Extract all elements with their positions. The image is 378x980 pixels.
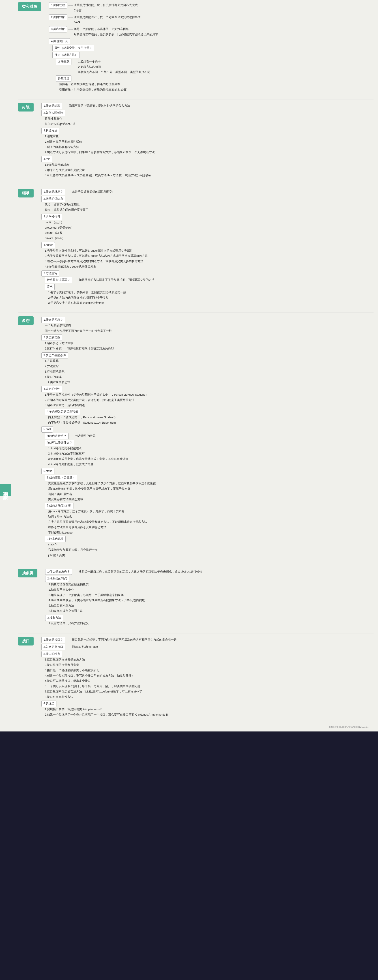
text-quedian: 缺点：类和类之间的耦合度变高了 xyxy=(45,207,373,213)
section-title-jie-kou: 接口 xyxy=(18,637,33,648)
branch-shenme-shi-chouxiag: 1.什么是抽象类？ —— 抽象类一般当父类，主要是功能的定义，具体方法的实现交给… xyxy=(45,569,373,575)
branch-final: 5.final final代表什么？ —— 代表最终的意思 final可以修饰什… xyxy=(38,426,373,467)
branch-this: 4.this 1.this代表当前对象 2.用来区分成员变量和局部变量 3.可以… xyxy=(38,156,373,178)
text-guocheng-1: 注重的是过程的开发，什么事情都去要自己去完成 xyxy=(74,3,138,8)
branch-xingwei: 行为（成员方法） 方法重载 —— 1.必须在一个类中 2.要求方法名相同 3.参… xyxy=(46,52,373,92)
text-chongzai-2: 2.要求方法名相同 xyxy=(78,64,153,70)
branch-final-xiushipma: final可以修饰什么？ 1.final修饰类类不能被继承 2.final修饰方… xyxy=(38,440,373,467)
section-title-ji-cheng: 继承 xyxy=(18,189,33,200)
branch-final-daibiao: final代表什么？ —— 代表最终的意思 xyxy=(45,433,373,439)
branch-chongxie-yaoqiu: 要求 1.要求子类的方法名、参数列表、返回值类型必须和父类一致 2.子类的方法的… xyxy=(38,284,373,306)
label-leixing-zhuanhuan: 4.子类和父类的类型转换 xyxy=(45,409,80,415)
section-title-chou-xiang-lei: 抽象类 xyxy=(18,569,37,580)
branch-super: 4.super 1.当子类重名属性重名时，可以通过super属性名的方式调用父类… xyxy=(38,242,373,270)
text-super-4: 4.this代表当前对象，super代表父类对象 xyxy=(45,264,373,270)
text-this-3: 3.可以修饰成员变量(this.成员变量名)、成员方法(this.方法名)、构造… xyxy=(45,173,373,178)
branch-jiekou-tedian: 3.接口的特点 1.接口里面的方法都是抽象方法 2.接口里面的变量都是常量 3.… xyxy=(38,651,373,700)
text-chouxiang-tedian-2: 2.抽象类不能实例化 xyxy=(49,587,373,593)
text-dingyi-jiekou: 把class变成interface xyxy=(72,644,97,650)
branch-lei-he-duixiang: 3.类和对象 —— 类是一个抽象的，不具体的，比如汽车图纸 对象是真实存在的，是… xyxy=(49,26,373,37)
text-leifangfa-3: 在类方法里面只能调用静态成员变量和静态方法，不能调用非静态变量和方法 xyxy=(48,519,373,525)
text-texing-2: 2.在编译的时候调用父类的方法，在运行时，执行的是子类覆写的方法 xyxy=(45,398,373,403)
text-gouzao-4: 4.构造方法可以进行重载，如果加了有参的构造方法，必须显示的加一个无参构造方法 xyxy=(45,150,373,155)
divider-3 xyxy=(18,313,373,313)
branch-static-chengyuan-fangfa: 2.成员方法(类方法) 用static修饰方法，这个方法就不属于对象了，而属于类… xyxy=(38,503,373,536)
text-yaoqiu-1: 1.要求子类的方法名、参数列表、返回值类型必须和父类一致 xyxy=(48,290,373,295)
text-jiekou-tedian-1: 1.接口里面的方法都是抽象方法 xyxy=(45,657,373,662)
text-fengzhuang-def: 隐藏事物的内部细节，提过对外访问的公共方法 xyxy=(69,103,130,108)
divider-4 xyxy=(18,565,373,565)
branch-static-daima-kuai: 3.静态代码块 static{} 它是随着类加载而加载，只会执行一次 jdbc的… xyxy=(38,536,373,558)
text-final-3: 3.final修饰成员变量，成员变量就变成了常量，不会再有默认值 xyxy=(48,457,373,462)
label-2-ruhe-shixian: 2.如何实现封装 xyxy=(41,110,65,116)
branch-shenme-shi-jicheng: 1.什么是继承？ —— 允许子类拥有父类的属性和行为 xyxy=(41,189,373,195)
text-final-1: 1.final修饰类类不能被继承 xyxy=(48,446,373,451)
text-chongzai-1: 1.必须在一个类中 xyxy=(78,59,153,64)
text-default: default（缺省） xyxy=(45,231,373,236)
text-chongzai-3: 3.参数列表不同（个数不同、类型不同、类型的顺序不同） xyxy=(78,70,153,75)
text-jiekou-tedian-4: 4.创建一个类实现接口，重写这个接口所有的抽象方法（抽象类除外） xyxy=(45,673,373,679)
text-shixian-lei-1: 1.实现接口的类，就是实现类 A implements B xyxy=(45,707,373,712)
branch-shenme-shi-duotai: 1.什么是多态？ 一个对象的多种形态 同一个动作作用于不同的对象所产生的行为是不… xyxy=(38,317,373,334)
text-chansheng-4: 4.接口的实现 xyxy=(45,375,373,380)
section-title-lei-he-duixiang: 类和对象 xyxy=(18,2,41,13)
section-feng-zhuang: 封装 1.什么是封装 —— 隐藏事物的内部细节，提过对外访问的公共方法 2.如何… xyxy=(18,103,373,178)
label-5-chongxie: 5.方法重写 xyxy=(41,270,59,277)
label-final-daibiao: final代表什么？ xyxy=(45,433,69,439)
text-jiekou-tedian-2: 2.接口里面的变量都是常量 xyxy=(45,662,373,668)
branch-shenme-shi-jiekou: 1.什么是接口？ —— 接口就是一组规范，不同的类者或者不同层次的类具有相同行为… xyxy=(41,637,373,643)
text-chouxiang-tedian-5: 5.抽象类有构造方法 xyxy=(49,603,373,609)
text-protected: protected（受保护的） xyxy=(45,225,373,231)
branch-ruhe-shixian-fengzhuang: 2.如何实现封装 将属性私有化 提供对应的get和set方法 xyxy=(38,110,373,127)
label-3-chansheng: 3.多态产生的条件 xyxy=(41,352,68,359)
label-4-shixian-lei: 4.实现类 xyxy=(41,701,56,707)
text-super-3: 3.通过super(形参)的方式调用父类的构造方法，就以调用父类无参的构造方法 xyxy=(45,259,373,264)
branch-zenme-dingyi-jiekou: 2.怎么定义接口 —— 把class变成interface xyxy=(41,644,373,650)
text-jiekou-tedian-6: 6.一个类可以实现多个接口，每个接口之间用，隔开，解决类单继承的问题 xyxy=(45,684,373,689)
branch-shenme-shi-fengzhuang: 1.什么是封装 —— 隐藏事物的内部细节，提过对外访问的公共方法 xyxy=(41,103,373,109)
branch-duotai-chansheng: 3.多态产生的条件 1.方法重载 2.方法重写 3.存在继承关系 4.接口的实现… xyxy=(38,352,373,385)
text-yaoqiu-2: 2.子类的方法的访问修饰符的权限不能小于父类 xyxy=(48,295,373,301)
text-super-1: 1.当子类重名属性重名时，可以通过super属性名的方式调用父类属性 xyxy=(45,248,373,254)
text-leibianliang-1: 类变量是隐藏类加载即加载，无论创建了多少个对象，这些对象都共享我这个变量值 xyxy=(48,481,373,486)
text-chouxiang-tedian-6: 6.抽象类可以定义普通方法 xyxy=(49,609,373,614)
text-xiangshang: 向上转型（子转成父类），Person stu=new Student()； xyxy=(48,415,373,420)
text-lei-1: 类是一个抽象的，不具体的，比如汽车图纸 xyxy=(74,27,158,32)
label-2-chouxiang-tedian: 2.抽象类的特点 xyxy=(45,576,69,582)
text-leibianliang-3: 访问：类名.属性名 xyxy=(48,492,373,497)
branch-mian-xiang-duixiang: 2.面向对象 —— 注重的是类的设计，找一个对象帮你去完成这件事情 JAVA xyxy=(49,14,373,25)
label-5-final: 5.final xyxy=(41,426,53,433)
label-final-xiushi: final可以修饰什么？ xyxy=(45,440,74,446)
text-texing-1: 1.子类对象的多态性（父类的引用指向子类的实例），Person stu=new … xyxy=(45,392,373,398)
text-lei-2: 对象是真实存在的，是类的实例，比如根据汽车图纸造出来的汽车 xyxy=(74,32,158,37)
label-1-fengzhuang: 1.什么是封装 xyxy=(41,103,62,109)
section-title-duo-tai: 多态 xyxy=(18,317,33,327)
divider-2 xyxy=(18,185,373,185)
branch-mian-xiang-guocheng: 1.面向过程 —— 注重的是过程的开发，什么事情都去要自己去完成 C语言 xyxy=(49,2,373,13)
label-3-gouzao: 3.构造方法 xyxy=(41,127,59,134)
label-yaoqiu: 要求 xyxy=(45,284,55,290)
text-jingdai-1: static{} xyxy=(48,542,373,547)
branch-chouxiang-fangfa: 3.抽象方法 1.没有方法体，只有方法的定义 xyxy=(42,615,373,627)
label-static-leibibanliang: 1.成员变量（类变量） xyxy=(45,475,77,481)
text-chouxiang-tedian-1: 1.抽象方法在在类必须是抽象类 xyxy=(49,582,373,587)
text-chuandi-2: 引用传递（引用数据类型，传递的是堆里面的地址值） xyxy=(59,87,373,92)
text-leixing-2: 2.运行时多态——程序在运行期间才能确定对象的类型 xyxy=(45,346,373,352)
label-3-jiekou-tedian: 3.接口的特点 xyxy=(41,651,62,657)
text-jiekou-tedian-5: 5.接口可以继承接口，继承多个接口 xyxy=(45,678,373,684)
text-guocheng-2: C语言 xyxy=(74,8,138,13)
text-chuandi-1: 值传递（基本数据类型传递，传递的是值的副本） xyxy=(59,82,373,87)
label-1-chouxiang: 1.什么是抽象类？ xyxy=(45,569,72,575)
label-2-duotai-leixing: 2.多态的类型 xyxy=(41,334,62,341)
text-jingdai-3: jdbc的工具类 xyxy=(48,553,373,558)
text-leifangfa-2: 访问：类名.方法名 xyxy=(48,514,373,520)
sidebar-label: 面向对象 xyxy=(0,484,11,496)
text-leibianliang-2: 用static修饰的变量，这个变量就不在属于对象了，而属于类本身 xyxy=(48,486,373,492)
label-3-fangwen: 3.访问修饰符 xyxy=(41,213,62,220)
text-shixian-lei-2: 2.如果一个类继承了一个类并且实现了一个接口，那么要写在接口前面 C exten… xyxy=(45,712,373,718)
text-leifangfa-5: 不能使用this.supper xyxy=(48,530,373,536)
label-shuxing: 属性（成员变量、实例变量） xyxy=(53,45,94,51)
section-chou-xiang-lei: 抽象类 1.什么是抽象类？ —— 抽象类一般当父类，主要是功能的定义，具体方法的… xyxy=(18,569,373,627)
footer-url: https://blog.csdn.net/weixin121212... xyxy=(18,724,373,729)
branch-static-chengyuan-bianliang: 1.成员变量（类变量） 类变量是隐藏类加载即加载，无论创建了多少个对象，这些对象… xyxy=(38,475,373,502)
